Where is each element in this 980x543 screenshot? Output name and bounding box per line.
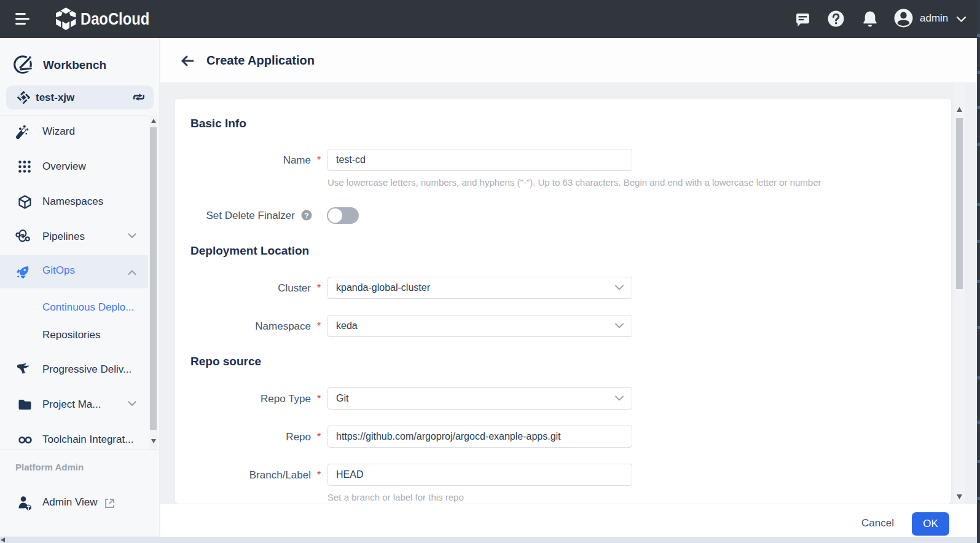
svg-text:?: ? bbox=[304, 212, 308, 220]
